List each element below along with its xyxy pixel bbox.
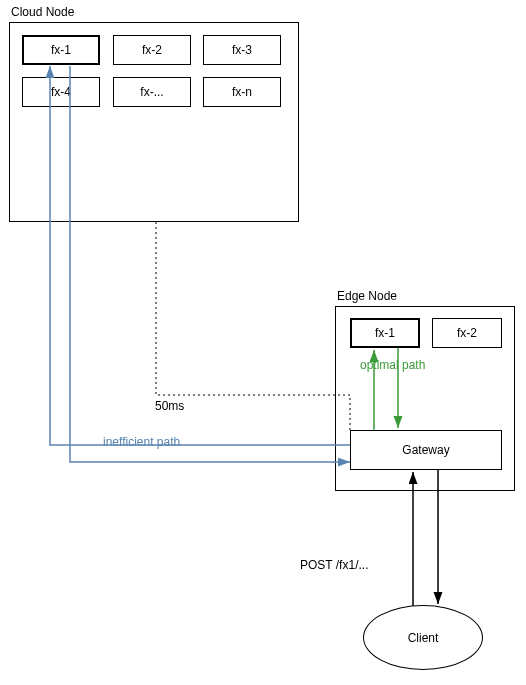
edge-fx-2: fx-2	[432, 318, 502, 348]
post-request-label: POST /fx1/...	[300, 558, 368, 572]
edge-fx-1: fx-1	[350, 318, 420, 348]
optimal-path-label: optimal path	[360, 358, 425, 372]
cloud-node-title: Cloud Node	[11, 5, 74, 19]
cloud-fx-4: fx-4	[22, 77, 100, 107]
cloud-fx-2: fx-2	[113, 35, 191, 65]
cloud-fx-3: fx-3	[203, 35, 281, 65]
latency-label: 50ms	[155, 399, 184, 413]
cloud-fx-1: fx-1	[22, 35, 100, 65]
client-ellipse: Client	[363, 605, 483, 670]
cloud-fx-n: fx-n	[203, 77, 281, 107]
inefficient-path-label: inefficient path	[103, 435, 180, 449]
gateway-box: Gateway	[350, 430, 502, 470]
latency-connector	[156, 222, 350, 430]
cloud-fx-ellipsis: fx-...	[113, 77, 191, 107]
edge-node-title: Edge Node	[337, 289, 397, 303]
